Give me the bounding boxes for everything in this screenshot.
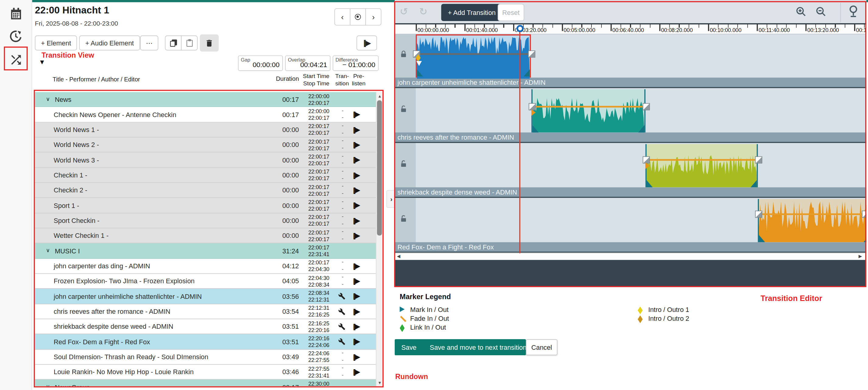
prelisten-button[interactable]: [▶ — [353, 352, 360, 360]
difference-field[interactable]: Difference − 01:00:00 — [333, 55, 378, 71]
fade-handle-right[interactable] — [643, 103, 650, 110]
column-header-prelisten[interactable]: Pre- listen — [351, 73, 366, 86]
track-row[interactable]: Checkin News Opener - Antenne Checkin00:… — [35, 107, 376, 122]
column-header-times[interactable]: Start Time Stop Time — [288, 73, 329, 86]
reset-button[interactable]: Reset — [498, 4, 524, 21]
track-row[interactable]: john carpenter das ding - ADMIN04:1222:0… — [35, 258, 376, 274]
copy-button[interactable] — [165, 35, 182, 50]
save-button[interactable]: Save — [395, 343, 423, 351]
prev-hour-button[interactable]: ‹ — [334, 8, 350, 25]
prelisten-button[interactable]: [▶ — [353, 277, 360, 285]
group-row[interactable]: ∨News00:1722:00:0022:00:17 — [35, 92, 376, 107]
audio-clip[interactable] — [758, 199, 866, 243]
track-row[interactable]: Louie Rankin- No Move Hip Hop - Louie Ra… — [35, 365, 376, 380]
scroll-right-icon[interactable]: ▶ — [859, 254, 862, 258]
prelisten-button[interactable]: [▶ — [353, 307, 360, 315]
prelisten-button[interactable]: [▶ — [353, 140, 360, 148]
collapse-chevron-icon[interactable]: ∨ — [46, 96, 50, 102]
track-row[interactable]: Checkin 1 -00:0022:00:1722:00:17--[▶ — [35, 168, 376, 183]
prelisten-button[interactable]: [▶ — [353, 292, 360, 300]
prelisten-button[interactable]: [▶ — [353, 216, 360, 224]
lock-closed-icon[interactable] — [399, 50, 408, 59]
lock-open-icon[interactable] — [399, 160, 408, 168]
track-row[interactable]: shriekback despite dense weed - ADMIN03:… — [35, 319, 376, 335]
playlist-scrollbar-thumb[interactable] — [377, 100, 382, 235]
fade-handle-right[interactable] — [862, 211, 866, 218]
track-row[interactable]: Checkin 2 -00:0022:00:1722:00:17--[▶ — [35, 183, 376, 198]
timeline-ruler[interactable]: 00:00:00.00000:01:40.00000:03:20.00000:0… — [395, 24, 866, 34]
track-row[interactable]: Sport Checkin -00:0022:00:1722:00:17--[▶ — [35, 213, 376, 228]
save-and-next-button[interactable]: Save and move to next transition — [423, 343, 533, 351]
fade-envelope-line[interactable] — [417, 53, 530, 55]
fade-handle-left[interactable] — [755, 211, 762, 218]
next-hour-button[interactable]: › — [366, 8, 382, 25]
fade-handle-right[interactable] — [528, 50, 535, 57]
group-row[interactable]: ∨NewsGroup00:1722:30:00 — [35, 380, 376, 386]
prelisten-button[interactable]: [▶ — [353, 261, 360, 270]
track-row[interactable]: World News 3 -00:0022:00:1722:00:17--[▶ — [35, 152, 376, 168]
prelisten-button[interactable]: [▶ — [353, 186, 360, 194]
wrench-icon[interactable] — [338, 323, 346, 331]
prelisten-button[interactable]: [▶ — [353, 322, 360, 330]
paste-button[interactable] — [181, 35, 198, 50]
fade-envelope-line[interactable] — [646, 159, 756, 161]
overlap-field[interactable]: Overlap 00:04:21 — [285, 55, 331, 71]
column-header-title[interactable]: Title - Performer / Author / Editor — [53, 76, 140, 83]
scroll-left-icon[interactable]: ◀ — [397, 254, 400, 258]
delete-button[interactable] — [200, 34, 219, 52]
undo-icon[interactable]: ↺ — [400, 5, 408, 18]
column-header-transition[interactable]: Tran- sition — [334, 73, 350, 86]
more-options-button[interactable]: ⋯ — [140, 35, 158, 50]
timeline-hscrollbar[interactable] — [395, 253, 866, 260]
track-row[interactable]: World News 2 -00:0022:00:1722:00:17--[▶ — [35, 138, 376, 153]
wrench-icon[interactable] — [338, 308, 346, 315]
lock-open-icon[interactable] — [399, 214, 408, 223]
prelisten-button[interactable]: [▶ — [353, 231, 360, 240]
audio-clip[interactable] — [531, 89, 645, 133]
wrench-icon[interactable] — [338, 338, 346, 345]
redo-icon[interactable]: ↻ — [419, 5, 427, 18]
prelisten-button[interactable]: [▶ — [353, 337, 360, 345]
playout-button[interactable]: [▶ — [356, 35, 377, 50]
fade-handle-left[interactable] — [528, 103, 536, 110]
prelisten-button[interactable]: [▶ — [353, 110, 360, 118]
track-row[interactable]: Frozen Explosion- Two JIma - Frozen Expl… — [35, 274, 376, 289]
audio-clip[interactable] — [416, 34, 531, 78]
fade-envelope-line[interactable] — [532, 106, 644, 107]
prelisten-button[interactable]: [▶ — [353, 201, 360, 209]
track-row[interactable]: chris reeves after the romance - ADMIN03… — [35, 304, 376, 319]
gap-field[interactable]: Gap 00:00:00 — [238, 55, 283, 71]
calendar-icon[interactable] — [8, 6, 23, 21]
playhead-handle[interactable] — [516, 25, 524, 32]
current-hour-button[interactable] — [350, 8, 366, 25]
track-row[interactable]: Wetter Checkin 1 -00:0022:00:1722:00:17-… — [35, 228, 376, 244]
lock-open-icon[interactable] — [399, 105, 408, 114]
fade-envelope-line[interactable] — [759, 214, 866, 215]
collapse-chevron-icon[interactable]: ∨ — [46, 247, 50, 253]
track-row[interactable]: Sport 1 -00:0022:00:1722:00:17--[▶ — [35, 198, 376, 213]
add-transition-button[interactable]: + Add Transition — [441, 4, 502, 21]
prelisten-button[interactable]: [▶ — [353, 125, 360, 133]
fade-handle-left[interactable] — [643, 156, 650, 163]
track-row[interactable]: World News 1 -00:0022:00:1722:00:17--[▶ — [35, 122, 376, 138]
wrench-icon[interactable] — [338, 293, 346, 300]
collapse-chevron-icon[interactable]: ∨ — [46, 384, 50, 386]
prelisten-button[interactable]: [▶ — [353, 155, 360, 163]
track-row[interactable]: john carpenter unheimliche shattenlichte… — [35, 289, 376, 304]
add-audio-element-button[interactable]: + Audio Element — [79, 35, 140, 50]
zoom-in-icon[interactable] — [796, 6, 807, 18]
shuffle-icon[interactable] — [8, 52, 23, 67]
prelisten-button[interactable]: [▶ — [353, 367, 360, 376]
audio-clip[interactable] — [645, 144, 758, 188]
fade-handle-right[interactable] — [755, 156, 762, 163]
prelisten-button[interactable]: [▶ — [353, 170, 360, 179]
group-row[interactable]: ∨MUSIC I31:2422:00:1722:31:41 — [35, 243, 376, 258]
zoom-fit-icon[interactable] — [847, 5, 860, 19]
track-row[interactable]: Soul DImension- Thrash an Ready - Soul D… — [35, 350, 376, 365]
zoom-out-icon[interactable] — [815, 6, 827, 18]
cancel-button[interactable]: Cancel — [526, 339, 558, 355]
add-element-button[interactable]: + Element — [35, 35, 78, 50]
scroll-down-icon[interactable]: ▼ — [377, 380, 382, 385]
track-row[interactable]: Red Fox- Dem a Fight - Red Fox03:5122:20… — [35, 334, 376, 350]
history-icon[interactable] — [8, 29, 23, 44]
